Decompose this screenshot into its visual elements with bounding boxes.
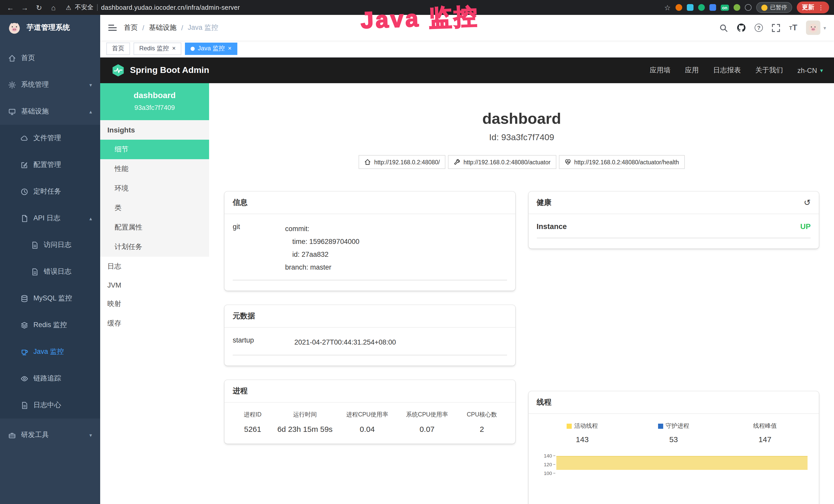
bookmark-star-icon[interactable]: ☆ bbox=[664, 3, 671, 12]
database-icon bbox=[21, 295, 28, 302]
sba-item-config-props[interactable]: 配置属性 bbox=[100, 218, 209, 237]
sba-item-performance[interactable]: 性能 bbox=[100, 159, 209, 179]
tab-home[interactable]: 首页 bbox=[106, 43, 130, 55]
sidebar-item-redis-monitor[interactable]: Redis 监控 bbox=[0, 312, 100, 338]
sidebar-item-dev-tools[interactable]: 研发工具 ▾ bbox=[0, 421, 100, 448]
sidebar-item-label: 研发工具 bbox=[21, 430, 49, 439]
process-cpu-value: 0.04 bbox=[337, 425, 397, 433]
sba-main: dashboard Id: 93a3fc7f7409 http://192.16… bbox=[209, 83, 834, 504]
sidebar-item-home[interactable]: 首页 bbox=[0, 45, 100, 71]
update-button[interactable]: 更新 ⋮ bbox=[797, 2, 829, 13]
sidebar-item-scheduled-job[interactable]: 定时任务 bbox=[0, 178, 100, 205]
info-card-title: 信息 bbox=[233, 198, 248, 207]
clock-icon bbox=[21, 188, 28, 196]
sidebar-item-file-manage[interactable]: 文件管理 bbox=[0, 125, 100, 152]
sba-language-select[interactable]: zh-CN ▾ bbox=[797, 67, 823, 74]
actuator-url-link[interactable]: http://192.168.0.2:48080/actuator bbox=[448, 155, 556, 169]
sba-nav-applications[interactable]: 应用 bbox=[685, 66, 699, 75]
page-title: dashboard bbox=[224, 110, 819, 127]
sidebar-item-error-log[interactable]: 错误日志 bbox=[0, 258, 100, 285]
chevron-down-icon: ▾ bbox=[824, 25, 826, 30]
reload-button[interactable]: ↻ bbox=[34, 3, 44, 12]
sba-nav-about[interactable]: 关于我们 bbox=[755, 66, 783, 75]
sidebar-toggle-icon[interactable] bbox=[108, 25, 117, 31]
extension-on-badge[interactable]: on bbox=[721, 4, 729, 10]
close-icon[interactable]: × bbox=[172, 45, 176, 53]
sidebar-item-log-center[interactable]: 日志中心 bbox=[0, 392, 100, 418]
document-icon bbox=[31, 268, 39, 275]
process-metric-label: 进程ID bbox=[233, 411, 272, 418]
font-size-icon[interactable]: TT bbox=[789, 23, 797, 32]
active-tab-dot bbox=[191, 47, 195, 51]
sba-item-jvm[interactable]: JVM bbox=[100, 276, 209, 294]
forward-button[interactable]: → bbox=[20, 3, 30, 12]
sidebar-item-config-manage[interactable]: 配置管理 bbox=[0, 152, 100, 178]
chevron-up-icon: ▴ bbox=[89, 215, 92, 221]
extension-icon-2[interactable] bbox=[686, 4, 693, 11]
sba-nav-wall[interactable]: 应用墙 bbox=[650, 66, 671, 75]
sidebar-item-access-log[interactable]: 访问日志 bbox=[0, 232, 100, 258]
document-icon bbox=[21, 401, 28, 409]
git-commit-line: commit: bbox=[285, 222, 507, 235]
process-pid-value: 5261 bbox=[233, 425, 272, 433]
user-avatar[interactable]: ▾ bbox=[806, 21, 826, 35]
document-icon bbox=[31, 241, 39, 249]
info-key: git bbox=[233, 222, 280, 274]
sba-item-mappings[interactable]: 映射 bbox=[100, 294, 209, 314]
breadcrumb-separator: / bbox=[181, 24, 183, 31]
health-instance-label: Instance bbox=[536, 222, 567, 231]
sidebar-item-label: Java 监控 bbox=[34, 347, 64, 357]
home-button[interactable]: ⌂ bbox=[48, 3, 59, 12]
close-icon[interactable]: × bbox=[228, 45, 232, 53]
address-bar[interactable]: ⚠ 不安全 dashboard.yudao.iocoder.cn/infra/a… bbox=[66, 3, 240, 12]
process-metric-label: 进程CPU使用率 bbox=[337, 411, 397, 418]
breadcrumb-home[interactable]: 首页 bbox=[124, 23, 138, 32]
sba-nav-journal[interactable]: 日志报表 bbox=[713, 66, 741, 75]
sidebar-item-mysql-monitor[interactable]: MySQL 监控 bbox=[0, 285, 100, 312]
sidebar-item-label: 系统管理 bbox=[21, 80, 49, 89]
sba-item-caches[interactable]: 缓存 bbox=[100, 314, 209, 333]
cpu-cores-value: 2 bbox=[457, 425, 507, 433]
sba-item-classes[interactable]: 类 bbox=[100, 198, 209, 218]
sba-item-logs[interactable]: 日志 bbox=[100, 257, 209, 276]
app-logo[interactable]: 芋道管理系统 bbox=[0, 15, 100, 41]
kebab-menu-icon[interactable]: ⋮ bbox=[818, 4, 824, 11]
back-button[interactable]: ← bbox=[5, 3, 16, 12]
sidebar-item-tracing[interactable]: 链路追踪 bbox=[0, 365, 100, 392]
breadcrumb-infra[interactable]: 基础设施 bbox=[149, 23, 177, 32]
health-url-link[interactable]: http://192.168.0.2:48080/actuator/health bbox=[559, 155, 684, 169]
extension-icon-6[interactable] bbox=[745, 4, 751, 11]
extension-icon-1[interactable] bbox=[675, 4, 682, 11]
eye-icon bbox=[21, 374, 28, 382]
sba-nav-links: 应用墙 应用 日志报表 关于我们 zh-CN ▾ bbox=[650, 66, 823, 75]
legend-daemon-threads: 守护进程 bbox=[628, 422, 720, 430]
peak-threads-value: 147 bbox=[719, 435, 811, 444]
sba-app-name: dashboard bbox=[104, 91, 205, 100]
sba-item-details[interactable]: 细节 bbox=[100, 140, 209, 159]
app-title: 芋道管理系统 bbox=[27, 23, 70, 32]
tab-java-monitor[interactable]: Java 监控 × bbox=[185, 43, 237, 55]
tab-redis-monitor[interactable]: Redis 监控 × bbox=[134, 43, 181, 55]
extension-icon-3[interactable] bbox=[698, 4, 705, 11]
help-icon[interactable]: ? bbox=[755, 24, 763, 32]
extension-icon-4[interactable] bbox=[709, 4, 716, 11]
search-icon[interactable] bbox=[719, 23, 728, 32]
history-icon[interactable]: ↺ bbox=[804, 198, 811, 207]
github-icon[interactable] bbox=[737, 23, 746, 32]
font-size-small: T bbox=[789, 25, 792, 30]
fullscreen-icon[interactable] bbox=[772, 23, 780, 32]
process-uptime-value: 6d 23h 15m 59s bbox=[272, 425, 337, 433]
sidebar-item-label: 访问日志 bbox=[44, 240, 71, 250]
sidebar-item-java-monitor[interactable]: Java 监控 bbox=[0, 338, 100, 365]
paused-badge[interactable]: 已暂停 bbox=[756, 2, 792, 13]
sidebar-item-system[interactable]: 系统管理 ▾ bbox=[0, 71, 100, 98]
sba-app-header[interactable]: dashboard 93a3fc7f7409 bbox=[100, 83, 209, 120]
sidebar-item-api-log[interactable]: API 日志 ▴ bbox=[0, 205, 100, 232]
sba-item-environment[interactable]: 环境 bbox=[100, 179, 209, 198]
sidebar-item-label: Redis 监控 bbox=[34, 320, 67, 330]
sidebar-item-infra[interactable]: 基础设施 ▴ bbox=[0, 98, 100, 125]
service-url-link[interactable]: http://192.168.0.2:48080/ bbox=[359, 155, 446, 169]
extension-icon-5[interactable] bbox=[733, 4, 740, 11]
sba-item-scheduled-tasks[interactable]: 计划任务 bbox=[100, 237, 209, 257]
sba-brand[interactable]: Spring Boot Admin bbox=[111, 64, 209, 77]
